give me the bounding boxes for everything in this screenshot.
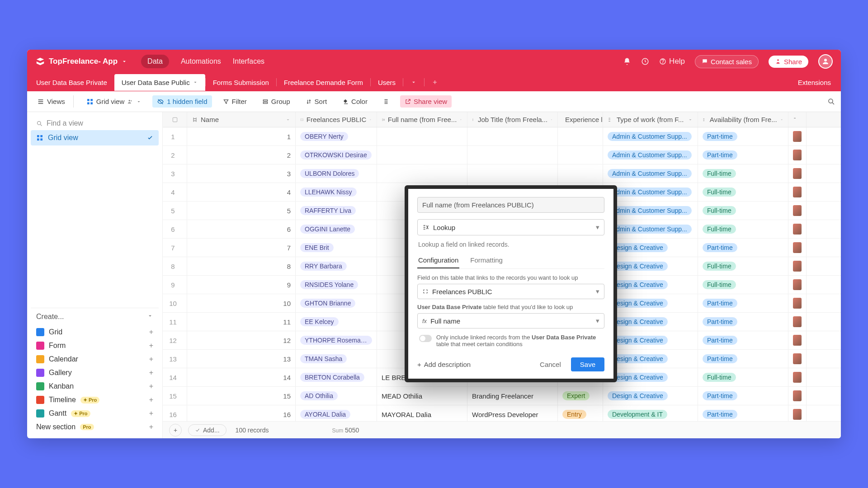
filter-toggle[interactable] [419, 335, 432, 342]
extensions-button[interactable]: Extensions [798, 79, 839, 86]
lookup-icon [422, 224, 429, 231]
svg-rect-17 [37, 138, 39, 141]
chevron-down-icon[interactable] [121, 58, 127, 65]
config-subtabs: Configuration Formatting [417, 253, 604, 269]
base-icon [35, 56, 45, 66]
table-row[interactable]: 2 2 OTRKOWSKI Desirae Admin & Customer S… [163, 146, 841, 164]
add-table-button[interactable] [425, 75, 445, 90]
create-timeline[interactable]: Timeline✦ Pro+ [31, 393, 159, 407]
sidebar-view-grid[interactable]: Grid view [31, 130, 159, 145]
col-name[interactable]: Name [187, 112, 296, 127]
search-button[interactable] [827, 97, 835, 106]
sum-value: Sum 5050 [332, 427, 359, 434]
tab-forms[interactable]: Forms Submission [206, 74, 276, 91]
col-freelances[interactable]: Freelances PUBLIC [296, 112, 377, 127]
svg-rect-11 [263, 99, 267, 101]
tab-configuration[interactable]: Configuration [417, 253, 459, 268]
nav-interfaces[interactable]: Interfaces [233, 57, 264, 66]
svg-rect-15 [37, 135, 39, 137]
table-row[interactable]: 15 15 AD Othilia MEAD Othilia Branding F… [163, 387, 841, 405]
grid-footer: + Add... 100 records Sum 5050 [163, 421, 841, 438]
link-icon [422, 288, 429, 295]
hidden-fields-button[interactable]: 1 hidden field [152, 95, 212, 108]
history-icon[interactable] [641, 57, 649, 66]
add-dropdown-button[interactable]: Add... [188, 424, 226, 436]
lookup-field-label: User Data Base Private table field that … [417, 304, 604, 310]
tab-users[interactable]: Users [371, 74, 403, 91]
app-header: TopFreelance- App Data Automations Inter… [27, 50, 841, 73]
group-button[interactable]: Group [258, 95, 295, 108]
new-section-button[interactable]: New sectionPro+ [31, 420, 159, 434]
nav-data[interactable]: Data [141, 55, 169, 68]
select-all-checkbox[interactable] [163, 112, 187, 127]
col-photo[interactable] [788, 112, 807, 127]
share-button[interactable]: Share [769, 56, 808, 68]
create-form[interactable]: Form+ [31, 339, 159, 352]
cancel-button[interactable]: Cancel [534, 358, 566, 371]
user-avatar[interactable] [818, 54, 833, 69]
save-button[interactable]: Save [571, 357, 604, 371]
add-row-button[interactable]: + [169, 424, 182, 436]
people-icon [127, 99, 133, 105]
create-grid[interactable]: Grid+ [31, 325, 159, 339]
app-logo[interactable]: TopFreelance- App [35, 56, 127, 66]
tab-private[interactable]: User Data Base Private [29, 74, 114, 91]
create-section-header[interactable]: Create... [31, 308, 159, 325]
table-tabs: User Data Base Private User Data Base Pu… [27, 73, 841, 91]
svg-point-9 [129, 99, 131, 101]
row-height-button[interactable] [378, 96, 394, 107]
svg-rect-8 [90, 102, 93, 104]
chevron-down-icon: ▾ [596, 223, 599, 231]
tab-chevron[interactable] [403, 75, 424, 90]
records-count: 100 records [236, 427, 269, 434]
svg-rect-19 [173, 117, 177, 122]
add-description-button[interactable]: +Add description [417, 361, 471, 368]
color-button[interactable]: Color [338, 95, 372, 108]
create-gallery[interactable]: Gallery+ [31, 366, 159, 380]
views-toggle[interactable]: Views [33, 95, 74, 108]
col-type[interactable]: Type of work (from F... [603, 112, 698, 127]
find-view-input[interactable]: Find a view [31, 117, 159, 130]
table-row[interactable]: 3 3 ULBORN Dolores Admin & Customer Supp… [163, 164, 841, 183]
tab-formatting[interactable]: Formatting [469, 253, 504, 268]
bell-icon[interactable] [623, 57, 631, 66]
col-avail[interactable]: Availability (from Fre... [698, 112, 788, 127]
col-jobtitle[interactable]: Job Title (from Freela... [467, 112, 558, 127]
svg-rect-7 [87, 102, 90, 104]
link-field-select[interactable]: Freelances PUBLIC▾ [417, 284, 604, 299]
gridview-button[interactable]: Grid view [82, 95, 146, 108]
table-row[interactable]: 1 1 OBERY Nerty Admin & Customer Supp...… [163, 127, 841, 146]
filter-toggle-row: Only include linked records from the Use… [417, 334, 604, 347]
share-view-button[interactable]: Share view [400, 95, 452, 108]
app-title: TopFreelance- App [49, 57, 118, 66]
create-gantt[interactable]: Gantt✦ Pro+ [31, 407, 159, 420]
link-field-label: Field on this table that links to the re… [417, 274, 604, 281]
svg-rect-16 [40, 135, 42, 137]
col-exp[interactable]: Experience level (fro... [558, 112, 603, 127]
nav-automations[interactable]: Automations [181, 57, 221, 66]
field-config-popover: Lookup ▾ Lookup a field on linked record… [405, 185, 617, 382]
lookup-field-select[interactable]: fx Full name▾ [417, 313, 604, 328]
sort-button[interactable]: Sort [301, 95, 332, 108]
tab-demande[interactable]: Freelance Demande Form [277, 74, 370, 91]
svg-point-13 [829, 99, 833, 103]
svg-rect-6 [90, 99, 93, 101]
svg-rect-18 [40, 138, 42, 141]
contact-sales-button[interactable]: Contact sales [695, 55, 759, 68]
svg-rect-12 [263, 102, 267, 103]
tab-public[interactable]: User Data Base Public [114, 74, 205, 91]
svg-point-10 [131, 100, 132, 101]
create-kanban[interactable]: Kanban+ [31, 380, 159, 393]
filter-button[interactable]: Filter [218, 95, 251, 108]
svg-point-4 [824, 59, 827, 61]
formula-icon: fx [422, 318, 427, 324]
create-calendar[interactable]: Calendar+ [31, 352, 159, 366]
col-fullname[interactable]: Full name (from Free... [377, 112, 467, 127]
field-type-select[interactable]: Lookup ▾ [417, 219, 604, 235]
svg-point-14 [38, 121, 41, 125]
top-nav: Data Automations Interfaces [141, 55, 264, 68]
help-button[interactable]: Help [659, 57, 685, 66]
grid-header: Name Freelances PUBLIC Full name (from F… [163, 112, 841, 127]
field-name-input[interactable] [417, 197, 604, 213]
views-sidebar: Find a view Grid view Create... Grid+For… [27, 112, 163, 438]
